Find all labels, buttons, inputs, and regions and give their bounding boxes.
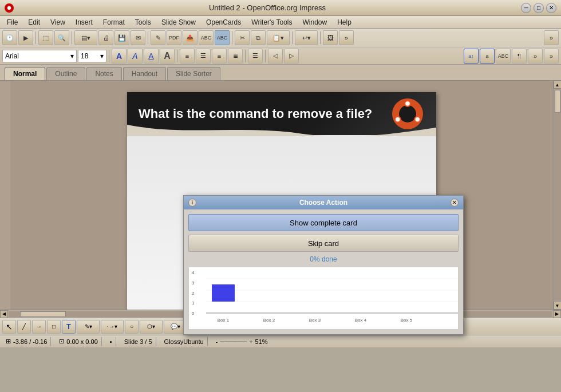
text-box-icon[interactable]: ▤▾ [74,30,97,45]
scroll-track[interactable] [554,89,561,301]
arrow-tool-btn[interactable]: → [32,320,46,334]
char-format-icon[interactable]: a [480,49,495,64]
menu-slideshow[interactable]: Slide Show [157,17,200,27]
tab-normal[interactable]: Normal [5,67,45,80]
menu-view[interactable]: View [46,17,70,27]
format-toolbar: Arial ▾ 18 ▾ A A A A ≡ ☰ ≡ ≣ ☰ ◁ ▷ a↕ a … [0,47,561,64]
connector-tool-btn[interactable]: ·→▾ [101,320,124,334]
text-tool-btn[interactable]: T [62,320,76,334]
autocorrect-icon[interactable]: ABC [215,30,230,45]
align-center-icon[interactable]: ☰ [196,49,211,64]
scroll-up-arrow[interactable]: ▲ [554,81,562,89]
menu-edit[interactable]: Edit [23,17,45,27]
zoom-icon[interactable]: 🔍 [54,30,69,45]
zoom-out-icon[interactable]: - [216,338,218,345]
menubar: File Edit View Insert Format Tools Slide… [0,16,561,29]
menu-help[interactable]: Help [333,17,356,27]
print-preview-icon[interactable]: 🖨 [98,30,113,45]
ellipse-tool-btn[interactable]: ○ [125,320,139,334]
font-shadow-a-icon[interactable]: A [160,49,175,64]
menu-window[interactable]: Window [298,17,332,27]
undo-icon[interactable]: ↩▾ [295,30,318,45]
curve-tool-btn[interactable]: ✎▾ [77,320,100,334]
scroll-right-arrow[interactable]: ▶ [553,310,561,318]
dialog-info-btn[interactable]: i [188,199,196,207]
close-button[interactable]: ✕ [546,3,556,13]
font-color-a-icon[interactable]: A [112,49,127,64]
slides-panel [0,81,10,310]
scroll-left-arrow[interactable]: ◀ [0,310,8,318]
scroll-thumb[interactable] [555,90,560,113]
maximize-button[interactable]: □ [534,3,544,13]
chart-yaxis: 4 3 2 1 0 [192,270,194,316]
svg-text:Box 3: Box 3 [309,318,321,323]
zoom-slider[interactable]: ────── [220,338,247,345]
align-right-icon[interactable]: ≡ [212,49,227,64]
cut-icon[interactable]: ✂ [235,30,250,45]
zoom-value: 51% [255,338,268,345]
scroll-down-arrow[interactable]: ▼ [554,302,562,310]
tab-bar: Normal Outline Notes Handout Slide Sorte… [0,65,561,81]
forward-icon[interactable]: ▶ [18,30,33,45]
font-name-dropdown[interactable]: Arial ▾ [2,50,77,62]
scroll-h-thumb[interactable] [20,311,66,317]
copy-icon[interactable]: ⧉ [251,30,266,45]
paragraph-icon[interactable]: ¶ [512,49,527,64]
menu-insert[interactable]: Insert [71,17,97,27]
font-size-dropdown[interactable]: 18 ▾ [78,50,106,62]
tab-outline[interactable]: Outline [46,67,85,80]
save-icon[interactable]: 💾 [114,30,129,45]
rectangle-tool-btn[interactable]: □ [47,320,61,334]
text-field-icon[interactable]: a↕ [464,49,479,64]
slide-wave [127,125,436,136]
spellcheck-icon[interactable]: ABC [199,30,214,45]
skip-card-button[interactable]: Skip card [188,235,459,252]
export-icon[interactable]: 📤 [183,30,197,45]
3d-tool-btn[interactable]: ⬡▾ [140,320,163,334]
abc-check-icon[interactable]: ABC [496,49,511,64]
extra-format2-icon[interactable]: » [544,49,559,64]
tab-notes[interactable]: Notes [86,67,121,80]
zoom-in-icon[interactable]: + [249,338,252,345]
dialog-close-btn[interactable]: ✕ [451,199,459,207]
svg-point-7 [396,117,400,122]
toolbar-area: 🕐 ▶ ⬚ 🔍 ▤▾ 🖨 💾 ✉ ✎ PDF 📤 ABC ABC ✂ ⧉ 📋▾ … [0,29,561,65]
menu-writers-tools[interactable]: Writer's Tools [247,17,297,27]
svg-text:Box 1: Box 1 [218,318,230,323]
gallery-icon[interactable]: 🖼 [323,30,338,45]
menu-opencards[interactable]: OpenCards [202,17,246,27]
minimize-button[interactable]: ─ [521,3,531,13]
font-underline-a-icon[interactable]: A [144,49,159,64]
menu-format[interactable]: Format [98,17,129,27]
font-italic-a-icon[interactable]: A [128,49,143,64]
increase-indent-icon[interactable]: ▷ [284,49,299,64]
menu-file[interactable]: File [2,17,22,27]
menu-tools[interactable]: Tools [131,17,156,27]
more-icon[interactable]: » [339,30,354,45]
tab-slide-sorter[interactable]: Slide Sorter [167,67,220,80]
export-pdf-icon[interactable]: PDF [167,30,181,45]
window-title: Untitled 2 - OpenOffice.org Impress [14,3,521,12]
extra-format-icon[interactable]: » [528,49,543,64]
choose-action-dialog: i Choose Action ✕ Show complete card Ski… [183,195,464,335]
window-controls[interactable]: ─ □ ✕ [521,3,556,13]
decrease-indent-icon[interactable]: ◁ [268,49,283,64]
edit-icon[interactable]: ✎ [151,30,165,45]
email-icon[interactable]: ✉ [131,30,145,45]
align-left-icon[interactable]: ≡ [180,49,195,64]
show-complete-card-button[interactable]: Show complete card [188,214,459,231]
dialog-left-controls: i [188,199,196,207]
align-justify-icon[interactable]: ≣ [228,49,243,64]
paste-icon[interactable]: 📋▾ [267,30,290,45]
extra-icon[interactable]: » [544,30,559,45]
main-area: What is the command to remove a file? [0,81,561,310]
svg-text:Box 5: Box 5 [401,318,413,323]
line-tool-btn[interactable]: ╱ [17,320,31,334]
clock-icon[interactable]: 🕐 [2,30,17,45]
tab-handout[interactable]: Handout [123,67,166,80]
select-frame-icon[interactable]: ⬚ [38,30,53,45]
bullets-icon[interactable]: ☰ [248,49,263,64]
vertical-scrollbar[interactable]: ▲ ▼ [553,81,561,310]
size-icon: ⊡ [59,338,64,345]
select-tool-btn[interactable]: ↖ [2,320,16,334]
